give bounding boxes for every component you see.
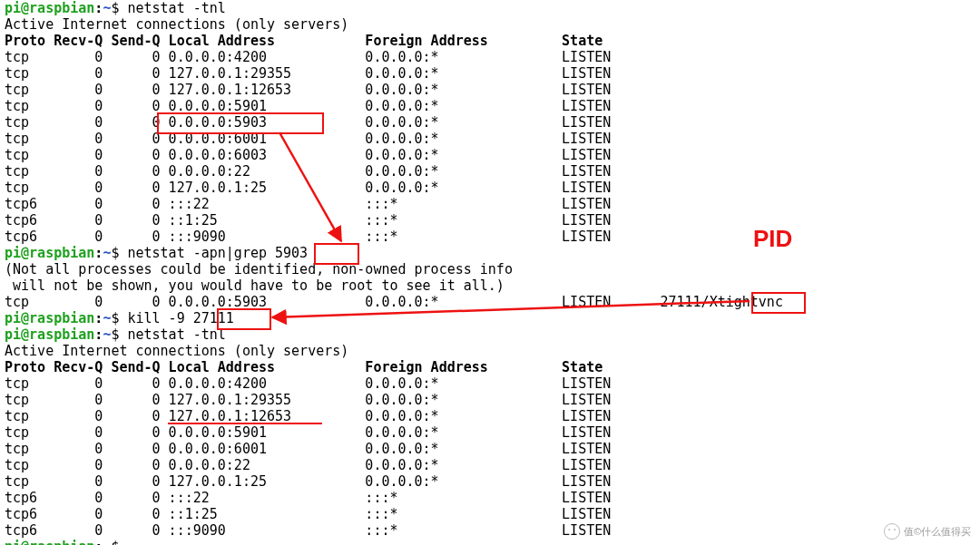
watermark-text: 值©什么值得买 — [904, 523, 971, 540]
list1-r4: tcp 0 0 0.0.0.0:5903 0.0.0.0:* LISTEN — [5, 114, 975, 131]
grep-warn-1: (Not all processes could be identified, … — [5, 261, 975, 277]
list1-r9: tcp6 0 0 :::22 :::* LISTEN — [5, 196, 975, 212]
list2-r5: tcp 0 0 0.0.0.0:22 0.0.0.0:* LISTEN — [5, 457, 975, 473]
list1-r3: tcp 0 0 0.0.0.0:5901 0.0.0.0:* LISTEN — [5, 98, 975, 114]
terminal-window[interactable]: pi@raspbian:~$ netstat -tnl Active Inter… — [0, 0, 980, 545]
user-host: pi@raspbian — [5, 0, 94, 16]
list1-r5: tcp 0 0 0.0.0.0:6001 0.0.0.0:* LISTEN — [5, 131, 975, 147]
list2-r9: tcp6 0 0 :::9090 :::* LISTEN — [5, 522, 975, 539]
list1-r10: tcp6 0 0 ::1:25 :::* LISTEN — [5, 212, 975, 229]
list2-r0: tcp 0 0 0.0.0.0:4200 0.0.0.0:* LISTEN — [5, 375, 975, 392]
prompt-line-3[interactable]: pi@raspbian:~$ kill -9 27111 — [5, 310, 975, 326]
list1-r1: tcp 0 0 127.0.0.1:29355 0.0.0.0:* LISTEN — [5, 65, 975, 82]
list1-r8: tcp 0 0 127.0.0.1:25 0.0.0.0:* LISTEN — [5, 180, 975, 196]
list1-r7: tcp 0 0 0.0.0.0:22 0.0.0.0:* LISTEN — [5, 163, 975, 180]
watermark: 值©什么值得买 — [884, 523, 971, 540]
watermark-icon — [884, 523, 900, 540]
list1-r11: tcp6 0 0 :::9090 :::* LISTEN — [5, 229, 975, 245]
list2-r8: tcp6 0 0 ::1:25 :::* LISTEN — [5, 506, 975, 522]
grep-warn-2: will not be shown, you would have to be … — [5, 277, 975, 294]
list2-r3: tcp 0 0 0.0.0.0:5901 0.0.0.0:* LISTEN — [5, 424, 975, 441]
list2-r2: tcp 0 0 127.0.0.1:12653 0.0.0.0:* LISTEN — [5, 408, 975, 424]
cmd-netstat-1: netstat -tnl — [127, 0, 225, 16]
list2-r1: tcp 0 0 127.0.0.1:29355 0.0.0.0:* LISTEN — [5, 392, 975, 408]
list2-r7: tcp6 0 0 :::22 :::* LISTEN — [5, 490, 975, 506]
cmd-grep: netstat -apn|grep 5903 — [127, 245, 308, 261]
active-banner-2: Active Internet connections (only server… — [5, 343, 975, 359]
active-banner-1: Active Internet connections (only server… — [5, 16, 975, 33]
list1-r0: tcp 0 0 0.0.0.0:4200 0.0.0.0:* LISTEN — [5, 49, 975, 65]
list1-r6: tcp 0 0 0.0.0.0:6003 0.0.0.0:* LISTEN — [5, 147, 975, 163]
list2-r4: tcp 0 0 0.0.0.0:6001 0.0.0.0:* LISTEN — [5, 441, 975, 457]
list1-r2: tcp 0 0 127.0.0.1:12653 0.0.0.0:* LISTEN — [5, 82, 975, 98]
cols-header-2: Proto Recv-Q Send-Q Local Address Foreig… — [5, 359, 975, 375]
prompt-line-4[interactable]: pi@raspbian:~$ netstat -tnl — [5, 326, 975, 343]
prompt-line-1[interactable]: pi@raspbian:~$ netstat -tnl — [5, 0, 975, 16]
prompt-line-2[interactable]: pi@raspbian:~$ netstat -apn|grep 5903 — [5, 245, 975, 261]
cmd-netstat-2: netstat -tnl — [127, 326, 225, 343]
grep-result: tcp 0 0 0.0.0.0:5903 0.0.0.0:* LISTEN 27… — [5, 294, 975, 310]
list2-r6: tcp 0 0 127.0.0.1:25 0.0.0.0:* LISTEN — [5, 473, 975, 490]
prompt-line-5[interactable]: pi@raspbian:~$ — [5, 539, 975, 545]
pid-label: PID — [753, 230, 792, 247]
cols-header-1: Proto Recv-Q Send-Q Local Address Foreig… — [5, 33, 975, 49]
cmd-kill: kill -9 27111 — [127, 310, 233, 326]
